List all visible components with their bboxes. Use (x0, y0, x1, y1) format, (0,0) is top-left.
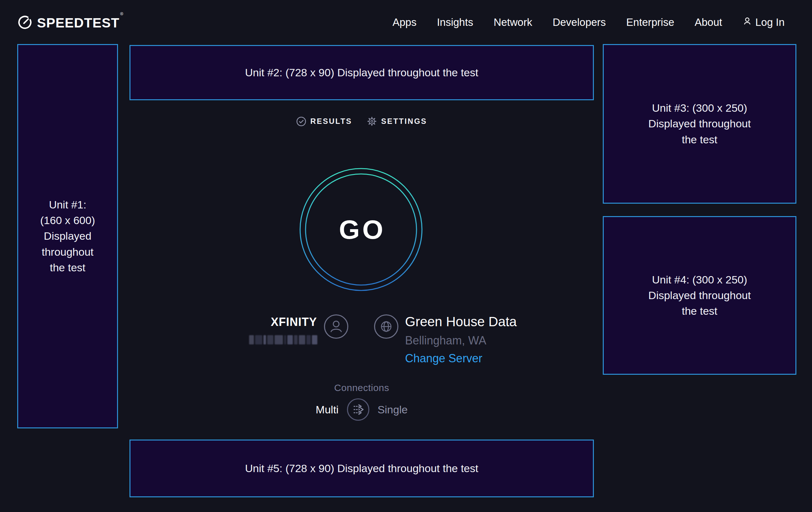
ad-unit-3-text: Unit #3: (300 x 250) Displayed throughou… (648, 100, 751, 147)
isp-detail-redacted (249, 335, 317, 344)
tab-settings-label: SETTINGS (381, 117, 427, 126)
ad-unit-3-rectangle[interactable]: Unit #3: (300 x 250) Displayed throughou… (603, 44, 796, 204)
logo-wordmark: SPEEDTEST® (37, 15, 123, 31)
isp-name: XFINITY (236, 315, 317, 329)
gauge-logo-icon (17, 15, 32, 31)
ad-unit-4-rectangle[interactable]: Unit #4: (300 x 250) Displayed throughou… (603, 216, 796, 375)
connections-toggle-row: Multi Single (129, 398, 594, 421)
login-button[interactable]: Log In (743, 16, 785, 28)
check-circle-icon (296, 116, 306, 127)
speedtest-page: SPEEDTEST® Apps Insights Network Develop… (0, 0, 812, 512)
server-info: Green House Data Bellingham, WA Change S… (405, 315, 517, 365)
server-location: Bellingham, WA (405, 334, 517, 347)
nav-item-insights[interactable]: Insights (437, 16, 473, 28)
ad-unit-2-text: Unit #2: (728 x 90) Displayed throughout… (245, 65, 478, 80)
speedtest-logo[interactable]: SPEEDTEST® (17, 15, 123, 31)
connections-mode-icon[interactable] (347, 398, 370, 421)
ad-unit-4-text: Unit #4: (300 x 250) Displayed throughou… (648, 272, 751, 319)
server-name: Green House Data (405, 315, 517, 329)
top-nav: Apps Insights Network Developers Enterpr… (393, 14, 785, 31)
go-button-label: GO (299, 168, 423, 291)
go-button[interactable]: GO (299, 168, 423, 291)
trademark-symbol: ® (120, 11, 124, 16)
ad-unit-1-skyscraper[interactable]: Unit #1: (160 x 600) Displayed throughou… (17, 44, 118, 428)
isp-user-icon (324, 314, 349, 339)
nav-item-apps[interactable]: Apps (393, 16, 416, 28)
change-server-link[interactable]: Change Server (405, 352, 517, 365)
tab-results[interactable]: RESULTS (296, 116, 352, 127)
nav-item-developers[interactable]: Developers (553, 16, 606, 28)
tab-results-label: RESULTS (310, 117, 352, 126)
ad-unit-5-text: Unit #5: (728 x 90) Displayed throughout… (245, 461, 478, 476)
tab-settings[interactable]: SETTINGS (367, 116, 427, 127)
connections-single-option[interactable]: Single (378, 403, 408, 416)
connections-label: Connections (129, 382, 594, 393)
nav-item-enterprise[interactable]: Enterprise (627, 16, 674, 28)
ad-unit-5-leaderboard[interactable]: Unit #5: (728 x 90) Displayed throughout… (129, 439, 594, 497)
nav-item-about[interactable]: About (695, 16, 722, 28)
ad-unit-2-leaderboard[interactable]: Unit #2: (728 x 90) Displayed throughout… (129, 45, 594, 100)
user-icon (743, 16, 752, 28)
connections-multi-option[interactable]: Multi (316, 403, 339, 416)
server-globe-icon (374, 314, 399, 339)
login-label: Log In (755, 16, 785, 28)
ad-unit-1-text: Unit #1: (160 x 600) Displayed throughou… (40, 197, 95, 275)
tab-bar: RESULTS SETTINGS (129, 116, 594, 127)
gear-icon (367, 116, 377, 127)
nav-item-network[interactable]: Network (494, 16, 532, 28)
